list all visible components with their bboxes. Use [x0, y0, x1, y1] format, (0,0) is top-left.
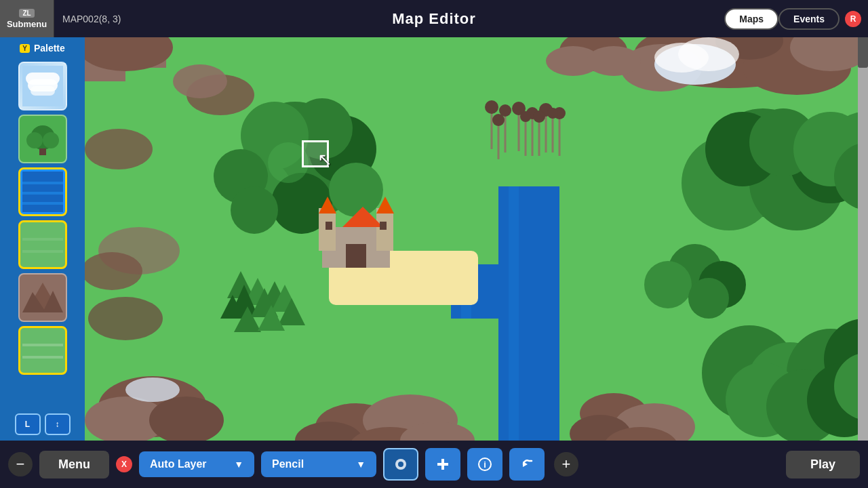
svg-text:i: i	[484, 460, 486, 470]
page-title: Map Editor	[392, 10, 476, 28]
svg-point-39	[678, 37, 739, 71]
palette-sidebar: Y Palette	[0, 37, 85, 441]
svg-rect-89	[326, 222, 332, 230]
svg-point-62	[485, 100, 498, 114]
bottom-toolbar: − Menu X Auto Layer ▼ Pencil ▼ i + Play	[0, 441, 868, 488]
svg-rect-140	[858, 37, 868, 68]
tool-dropdown-arrow: ▼	[356, 459, 366, 470]
svg-point-135	[85, 129, 153, 169]
svg-point-119	[644, 261, 692, 308]
layer-button[interactable]: L	[15, 413, 41, 435]
svg-rect-3	[31, 86, 55, 96]
palette-item-mountain[interactable]	[18, 273, 67, 322]
svg-point-36	[587, 46, 641, 76]
svg-rect-14	[22, 238, 63, 241]
events-button[interactable]: Events	[778, 8, 840, 30]
svg-rect-139	[858, 37, 868, 441]
svg-point-68	[520, 111, 531, 122]
svg-marker-147	[523, 462, 528, 467]
palette-item-grass[interactable]	[18, 220, 67, 269]
svg-rect-10	[22, 182, 63, 184]
arrows-button[interactable]: ↕	[45, 413, 71, 435]
svg-point-125	[125, 378, 180, 402]
plus-icon	[435, 456, 451, 472]
tool-dropdown[interactable]: Pencil ▼	[261, 451, 376, 477]
layer-dropdown-label: Auto Layer	[150, 458, 207, 470]
svg-rect-13	[22, 224, 63, 265]
palette-item-tree[interactable]	[18, 115, 67, 163]
svg-point-51	[268, 142, 309, 183]
svg-rect-74	[509, 186, 519, 441]
map-coordinates: MAP002(8, 3)	[62, 14, 121, 24]
svg-point-7	[43, 132, 59, 148]
svg-point-70	[547, 108, 558, 119]
svg-rect-11	[22, 192, 63, 195]
svg-point-6	[26, 132, 43, 148]
header-right: Maps Events R	[724, 8, 861, 30]
svg-rect-12	[22, 202, 63, 205]
header: ZL Submenu MAP002(8, 3) Map Editor Maps …	[0, 0, 868, 37]
layer-dropdown-arrow: ▼	[234, 459, 243, 470]
map-canvas-area[interactable]: ↖	[85, 37, 868, 441]
tool-button-1[interactable]	[383, 448, 418, 481]
svg-point-138	[88, 297, 163, 340]
x-badge: X	[116, 456, 132, 472]
map-canvas[interactable]: ↖	[85, 37, 868, 441]
play-button[interactable]: Play	[786, 451, 860, 479]
submenu-button[interactable]: ZL Submenu	[0, 0, 54, 37]
svg-rect-80	[376, 214, 393, 251]
svg-rect-79	[319, 214, 336, 251]
r-badge: R	[845, 11, 861, 27]
svg-point-49	[329, 163, 383, 217]
y-badge: Y	[20, 44, 30, 53]
svg-rect-20	[22, 330, 63, 371]
svg-rect-22	[22, 356, 63, 359]
submenu-label: Submenu	[7, 19, 47, 29]
palette-bottom-buttons: L ↕	[15, 413, 71, 435]
map-svg	[85, 37, 868, 441]
svg-point-71	[492, 114, 505, 126]
palette-item-water[interactable]	[18, 167, 67, 216]
svg-rect-90	[380, 222, 387, 230]
svg-point-121	[688, 278, 729, 319]
svg-rect-144	[437, 463, 448, 466]
wrench-icon	[393, 456, 409, 472]
tool-button-2[interactable]	[425, 448, 460, 481]
palette-title: Palette	[34, 43, 65, 54]
minus-button[interactable]: −	[8, 452, 33, 476]
maps-button[interactable]: Maps	[724, 8, 778, 30]
plus-button[interactable]: +	[554, 452, 578, 476]
svg-point-142	[398, 462, 403, 467]
svg-rect-21	[22, 344, 63, 346]
svg-rect-88	[346, 244, 366, 268]
tool-button-4[interactable]	[509, 448, 545, 481]
palette-item-grass2[interactable]	[18, 326, 67, 375]
svg-rect-15	[22, 250, 63, 253]
info-icon: i	[477, 456, 493, 472]
tool-dropdown-label: Pencil	[272, 458, 304, 470]
palette-item-clouds[interactable]	[18, 62, 67, 110]
tool-button-3[interactable]: i	[467, 448, 502, 481]
palette-header: Y Palette	[20, 43, 65, 54]
svg-point-69	[533, 110, 545, 123]
undo-icon	[519, 456, 535, 472]
svg-point-28	[173, 64, 227, 98]
menu-button[interactable]: Menu	[39, 451, 109, 479]
svg-rect-8	[39, 148, 46, 155]
svg-point-50	[231, 186, 278, 234]
layer-dropdown[interactable]: Auto Layer ▼	[139, 451, 254, 477]
zl-badge: ZL	[19, 9, 34, 18]
